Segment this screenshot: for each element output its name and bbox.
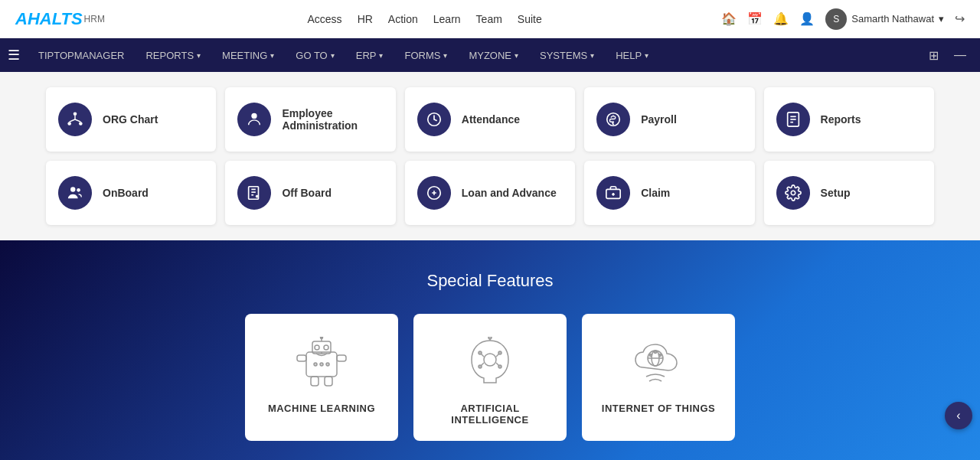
- tile-employee-admin[interactable]: Employee Administration: [225, 87, 395, 152]
- hamburger-icon[interactable]: ☰: [8, 47, 20, 64]
- nav-learn[interactable]: Learn: [433, 13, 461, 25]
- user-name: Samarth Nathawat: [851, 13, 934, 24]
- nav-hr[interactable]: HR: [358, 13, 373, 25]
- setup-label: Setup: [821, 187, 851, 199]
- sec-nav-meeting[interactable]: MEETING ▾: [211, 38, 285, 72]
- org-chart-label: ORG Chart: [103, 113, 158, 126]
- nav-team[interactable]: Team: [476, 13, 502, 25]
- svg-point-44: [479, 351, 482, 354]
- user-menu[interactable]: S Samarth Nathawat ▾: [825, 8, 944, 30]
- tile-org-chart[interactable]: ORG Chart: [46, 87, 216, 152]
- svg-point-49: [488, 337, 492, 339]
- offboard-label: Off Board: [282, 187, 332, 199]
- bell-icon[interactable]: 🔔: [773, 11, 789, 26]
- sec-nav-forms[interactable]: FORMS ▾: [394, 38, 458, 72]
- tile-onboard[interactable]: OnBoard: [46, 161, 216, 225]
- profile-icon[interactable]: 👤: [799, 11, 815, 26]
- top-nav-right: 🏠 📅 🔔 👤 S Samarth Nathawat ▾ ↪: [721, 8, 965, 30]
- tile-reports[interactable]: Reports: [764, 87, 934, 152]
- org-chart-icon: [58, 103, 92, 136]
- minus-icon[interactable]: —: [948, 45, 972, 65]
- sec-nav-goto[interactable]: GO TO ▾: [285, 38, 345, 72]
- forms-arrow: ▾: [443, 51, 447, 60]
- svg-point-54: [659, 354, 662, 357]
- svg-line-4: [70, 119, 75, 122]
- sec-nav-tiptopmanager[interactable]: TIPTOPMANAGER: [28, 38, 135, 72]
- goto-arrow: ▾: [331, 51, 335, 60]
- onboard-icon: [58, 176, 92, 210]
- ai-label: Artificial Intelligence: [429, 403, 551, 426]
- claim-icon: [596, 176, 630, 210]
- logo[interactable]: AHALTS HRM: [15, 9, 105, 29]
- sec-nav-myzone[interactable]: MYZONE ▾: [458, 38, 529, 72]
- svg-point-28: [321, 337, 323, 339]
- reports-label: Reports: [821, 113, 861, 126]
- nav-access[interactable]: Access: [308, 13, 342, 25]
- employee-admin-icon: [237, 103, 271, 136]
- sec-nav-right: ⊞ —: [923, 45, 972, 66]
- logo-hrm: HRM: [84, 14, 105, 24]
- tile-setup[interactable]: Setup: [764, 161, 934, 225]
- nav-suite[interactable]: Suite: [518, 13, 542, 25]
- svg-point-24: [791, 191, 795, 195]
- svg-point-45: [498, 351, 501, 354]
- setup-icon: [776, 176, 810, 210]
- svg-line-5: [75, 119, 80, 122]
- tiles-grid: ORG Chart Employee Administration Attend…: [46, 87, 934, 225]
- sec-nav-help[interactable]: HELP ▾: [605, 38, 659, 72]
- card-iot[interactable]: Internet of Things: [582, 314, 735, 441]
- attendance-icon: [417, 103, 451, 136]
- svg-rect-32: [297, 355, 306, 361]
- tile-offboard[interactable]: Off Board: [225, 161, 395, 225]
- svg-point-38: [326, 363, 329, 366]
- tile-payroll[interactable]: Payroll: [584, 87, 754, 152]
- home-icon[interactable]: 🏠: [721, 11, 737, 26]
- systems-arrow: ▾: [590, 51, 594, 60]
- ai-icon: [459, 337, 521, 390]
- machine-learning-icon: [291, 337, 352, 390]
- svg-point-30: [324, 345, 328, 350]
- sec-nav-erp[interactable]: ERP ▾: [345, 38, 394, 72]
- loan-advance-label: Loan and Advance: [462, 187, 557, 199]
- sec-nav-systems[interactable]: SYSTEMS ▾: [529, 38, 605, 72]
- svg-point-47: [498, 365, 501, 368]
- svg-point-36: [314, 363, 317, 366]
- logout-icon[interactable]: ↪: [955, 11, 965, 26]
- card-ai[interactable]: Artificial Intelligence: [413, 314, 567, 441]
- logo-text: AHALTS: [15, 9, 83, 29]
- tile-claim[interactable]: Claim: [584, 161, 754, 225]
- svg-point-6: [252, 113, 257, 119]
- erp-arrow: ▾: [379, 51, 383, 60]
- user-dropdown-arrow: ▾: [939, 13, 944, 24]
- sec-nav-reports[interactable]: REPORTS ▾: [135, 38, 211, 72]
- tile-attendance[interactable]: Attendance: [405, 87, 575, 152]
- special-cards: Machine Learning: [46, 314, 934, 441]
- iot-icon: [628, 337, 689, 390]
- svg-point-2: [79, 122, 83, 126]
- svg-point-55: [655, 351, 657, 354]
- card-machine-learning[interactable]: Machine Learning: [245, 314, 398, 441]
- svg-point-13: [70, 187, 75, 191]
- svg-point-0: [74, 112, 77, 116]
- svg-point-53: [650, 354, 652, 357]
- svg-point-14: [77, 188, 80, 192]
- calendar-icon[interactable]: 📅: [747, 11, 763, 26]
- attendance-label: Attendance: [462, 113, 520, 126]
- nav-action[interactable]: Action: [388, 13, 418, 25]
- sec-nav: ☰ TIPTOPMANAGER REPORTS ▾ MEETING ▾ GO T…: [0, 38, 980, 72]
- myzone-arrow: ▾: [514, 51, 518, 60]
- svg-point-19: [256, 195, 259, 198]
- onboard-label: OnBoard: [103, 187, 149, 199]
- payroll-label: Payroll: [641, 113, 677, 126]
- svg-rect-34: [311, 377, 318, 386]
- grid-icon[interactable]: ⊞: [923, 45, 945, 66]
- main-nav-links: Access HR Action Learn Team Suite: [128, 13, 721, 25]
- svg-point-37: [320, 363, 323, 366]
- scroll-left-button[interactable]: ‹: [945, 402, 972, 429]
- reports-icon: [776, 103, 810, 136]
- svg-rect-35: [325, 377, 332, 386]
- employee-admin-label: Employee Administration: [282, 107, 383, 132]
- claim-label: Claim: [641, 187, 670, 199]
- tile-loan-advance[interactable]: Loan and Advance: [405, 161, 575, 225]
- special-features-title: Special Features: [46, 271, 934, 291]
